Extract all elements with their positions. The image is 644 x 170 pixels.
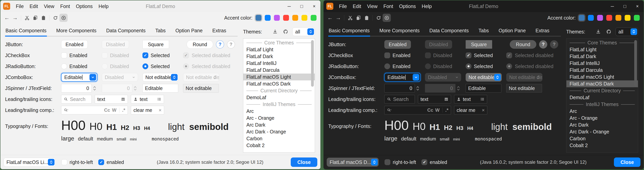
help-button[interactable]: ? [216,40,224,49]
radio-selected[interactable] [466,63,472,69]
theme-item-flatlaf-dark[interactable]: FlatLaf Dark [243,53,315,60]
accent-swatch-2[interactable] [597,15,603,21]
tab-basic-components[interactable]: Basic Components [328,26,370,36]
scrollbar-thumb[interactable] [634,40,637,87]
show-hint-icon[interactable] [60,14,68,22]
forward-icon[interactable]: → [334,14,342,22]
match-case-button[interactable]: Cc [427,107,433,113]
menu-options[interactable]: Options [396,1,419,12]
combobox-editable[interactable]: Editable [61,73,97,82]
download-icon[interactable] [271,28,279,36]
textfield-editable[interactable]: Editable [142,84,178,93]
scrollbar-thumb[interactable] [311,40,314,87]
match-case-button[interactable]: Cc [104,107,110,113]
forward-icon[interactable]: → [11,14,19,22]
theme-item-arc-dark-orange[interactable]: Arc Dark - Orange [243,128,315,135]
tab-tabs[interactable]: Tabs [478,26,489,36]
chevron-up-down-icon[interactable] [171,74,178,81]
menu-help[interactable]: Help [96,1,111,12]
search-field-with-buttons[interactable]: Cc W .* [384,106,451,114]
clear-me-field[interactable]: clear me × [454,106,487,114]
paste-icon[interactable] [39,14,48,22]
tab-option-pane[interactable]: Option Pane [498,26,526,36]
tab-basic-components[interactable]: Basic Components [5,26,47,36]
tab-data-components[interactable]: Data Components [106,26,146,36]
spinner-arrows-icon[interactable] [415,86,421,91]
combobox-not-editable[interactable]: Not editable [466,73,502,82]
cut-icon[interactable] [346,14,354,22]
chevron-down-icon[interactable] [90,74,96,81]
cut-icon[interactable] [23,14,31,22]
tab-more-components[interactable]: More Components [56,26,97,36]
minimize-button[interactable]: ─ [283,1,296,12]
paste-icon[interactable] [362,14,371,22]
tab-more-components[interactable]: More Components [379,26,420,36]
show-hint-icon[interactable] [382,14,391,22]
accent-swatch-0[interactable] [256,15,262,21]
maximize-button[interactable]: □ [618,1,631,12]
close-window-button[interactable]: × [631,1,644,12]
menu-edit[interactable]: Edit [26,1,41,12]
theme-item-arc-dark[interactable]: Arc Dark [566,121,638,128]
accent-swatch-1[interactable] [265,15,270,21]
text-field-calendar[interactable]: text [418,95,451,103]
text-field-person[interactable]: text [454,95,487,103]
menu-view[interactable]: View [364,1,380,12]
clear-me-field[interactable]: clear me × [131,106,164,114]
close-window-button[interactable]: × [308,1,320,12]
close-dialog-button[interactable]: Close [291,157,317,167]
radio-selected[interactable] [142,63,148,69]
chevron-up-down-icon[interactable] [494,74,501,81]
menu-file[interactable]: File [336,1,350,12]
menu-edit[interactable]: Edit [350,1,364,12]
theme-item-arc-dark[interactable]: Arc Dark [243,121,315,128]
tab-extras[interactable]: Extras [212,26,227,36]
accent-swatch-6[interactable] [311,15,316,21]
chevron-up-down-icon[interactable] [371,159,378,165]
download-icon[interactable] [594,28,602,36]
copy-icon[interactable] [354,14,362,22]
theme-item-demolaf[interactable]: DemoLaf [243,94,315,101]
theme-item-arc-dark-orange[interactable]: Arc Dark - Orange [566,128,638,135]
menu-view[interactable]: View [41,1,57,12]
theme-item-flatlaf-macos-light[interactable]: FlatLaf macOS Light [243,74,315,80]
theme-item-carbon[interactable]: Carbon [566,135,638,142]
maximize-button[interactable]: □ [296,1,308,12]
search-field[interactable]: Search [61,95,92,103]
checkbox-enabled[interactable] [61,52,67,58]
theme-item-flatlaf-macos-dark[interactable]: FlatLaf macOS Dark [566,80,638,87]
theme-item-flatlaf-light[interactable]: FlatLaf Light [243,46,315,53]
combobox-not-editable[interactable]: Not editable [142,73,178,82]
minimize-button[interactable]: ─ [606,1,618,12]
github-icon[interactable] [282,28,290,36]
accent-swatch-3[interactable] [606,15,612,21]
tab-data-components[interactable]: Data Components [429,26,469,36]
right-to-left-checkbox[interactable] [61,159,67,165]
radio-enabled[interactable] [384,63,390,69]
enabled-checkbox[interactable] [98,159,104,165]
radio-enabled[interactable] [61,63,67,69]
round-button[interactable]: Round [510,40,536,49]
back-icon[interactable]: ← [326,14,334,22]
theme-item-flatlaf-intellij[interactable]: FlatLaf IntelliJ [566,60,638,67]
square-button[interactable]: Square [466,40,492,49]
text-field-person[interactable]: text [131,95,164,103]
checkbox-selected[interactable] [466,52,472,58]
theme-item-flatlaf-light[interactable]: FlatLaf Light [566,46,638,53]
theme-item-arc-orange[interactable]: Arc - Orange [566,115,638,121]
theme-item-arc[interactable]: Arc [566,108,638,115]
accent-swatch-0[interactable] [579,15,584,21]
accent-swatch-6[interactable] [634,15,640,21]
accent-swatch-5[interactable] [625,15,630,21]
accent-swatch-5[interactable] [302,15,307,21]
checkbox-enabled[interactable] [384,52,390,58]
menu-options[interactable]: Options [73,1,96,12]
chevron-up-down-icon[interactable] [630,28,637,35]
spinner-value[interactable]: 0 [61,84,92,93]
github-icon[interactable] [605,28,613,36]
theme-item-flatlaf-macos-light[interactable]: FlatLaf macOS Light [566,74,638,80]
accent-swatch-3[interactable] [283,15,289,21]
copy-icon[interactable] [31,14,39,22]
checkbox-selected[interactable] [142,52,148,58]
theme-item-flatlaf-darcula[interactable]: FlatLaf Darcula [243,67,315,74]
